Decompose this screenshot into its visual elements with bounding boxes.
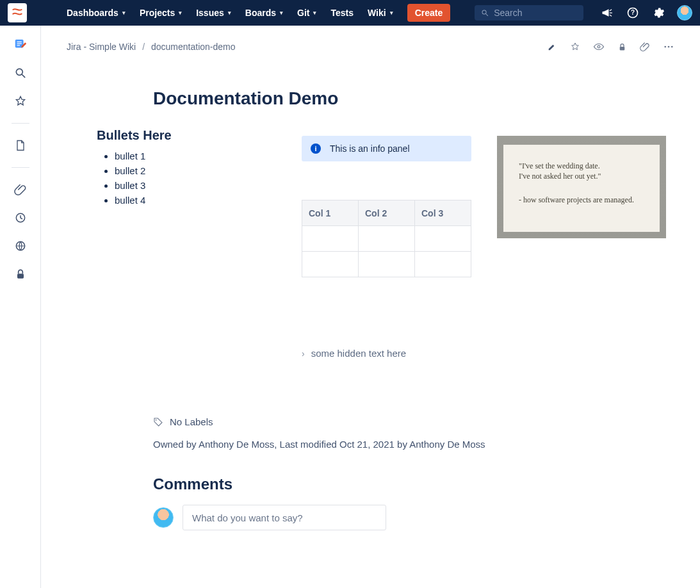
attachment-icon[interactable] xyxy=(13,182,28,197)
labels-row[interactable]: No Labels xyxy=(153,416,674,427)
svg-rect-9 xyxy=(17,274,24,279)
labels-text: No Labels xyxy=(170,416,213,427)
comment-avatar xyxy=(153,507,174,528)
search-box[interactable] xyxy=(475,5,583,20)
breadcrumb-space[interactable]: Jira - Simple Wiki xyxy=(67,42,136,52)
svg-text:?: ? xyxy=(631,9,635,16)
globe-icon[interactable] xyxy=(13,238,28,254)
clock-icon[interactable] xyxy=(13,210,28,225)
info-panel: i This is an info panel xyxy=(302,136,471,161)
breadcrumb-page[interactable]: documentation-demo xyxy=(151,42,236,52)
app-logo-icon xyxy=(11,6,24,19)
nav-boards[interactable]: Boards▾ xyxy=(239,4,289,22)
chevron-down-icon: ▾ xyxy=(313,10,316,16)
user-avatar[interactable] xyxy=(677,5,692,20)
page-title: Documentation Demo xyxy=(153,88,674,109)
search-input[interactable] xyxy=(494,8,577,18)
table-row xyxy=(302,226,471,252)
svg-point-14 xyxy=(671,46,673,48)
help-icon[interactable]: ? xyxy=(626,6,640,20)
nav-dashboards[interactable]: Dashboards▾ xyxy=(60,4,132,22)
nav-git[interactable]: Git▾ xyxy=(291,4,323,22)
app-logo[interactable] xyxy=(8,3,27,22)
comment-input[interactable] xyxy=(183,505,386,530)
page-meta: Owned by Anthony De Moss, Last modified … xyxy=(153,439,674,450)
sidebar-search-icon[interactable] xyxy=(13,65,28,81)
list-item: bullet 3 xyxy=(115,180,276,191)
info-icon: i xyxy=(311,143,321,154)
svg-point-13 xyxy=(668,46,670,48)
svg-point-0 xyxy=(482,10,486,14)
nav-wiki[interactable]: Wiki▾ xyxy=(361,4,400,22)
bullet-list: bullet 1 bullet 2 bullet 3 bullet 4 xyxy=(97,151,276,206)
table-row xyxy=(302,252,471,277)
megaphone-icon[interactable] xyxy=(600,6,614,20)
nav-tests[interactable]: Tests xyxy=(324,4,360,22)
topnav-right-icons: ? xyxy=(600,5,692,20)
gear-icon[interactable] xyxy=(651,6,665,20)
nav-issues[interactable]: Issues▾ xyxy=(190,4,238,22)
top-navbar: Dashboards▾ Projects▾ Issues▾ Boards▾ Gi… xyxy=(0,0,700,26)
table-header: Col 1 xyxy=(302,200,359,226)
svg-rect-11 xyxy=(620,46,625,50)
info-panel-text: This is an info panel xyxy=(330,143,410,154)
chevron-down-icon: ▾ xyxy=(228,10,231,16)
image-caption: - how software projects are managed. xyxy=(519,195,644,206)
svg-point-15 xyxy=(156,419,157,420)
data-table: Col 1 Col 2 Col 3 xyxy=(302,200,471,277)
svg-point-10 xyxy=(598,45,600,48)
tag-icon xyxy=(153,417,163,427)
create-button[interactable]: Create xyxy=(407,4,451,22)
nav-items: Dashboards▾ Projects▾ Issues▾ Boards▾ Gi… xyxy=(60,4,450,22)
watch-icon[interactable] xyxy=(593,41,605,53)
table-header: Col 3 xyxy=(415,200,471,226)
chevron-down-icon: ▾ xyxy=(390,10,393,16)
chevron-right-icon: › xyxy=(302,348,305,359)
left-sidebar xyxy=(0,26,41,588)
svg-line-6 xyxy=(22,75,24,78)
image-quote: "I've set the wedding date. I've not ask… xyxy=(519,161,644,181)
svg-point-5 xyxy=(16,69,22,75)
star-icon[interactable] xyxy=(13,94,28,109)
edit-note-icon[interactable] xyxy=(13,37,28,53)
bullets-heading: Bullets Here xyxy=(97,128,276,143)
lock-icon[interactable] xyxy=(13,266,28,282)
page-icon[interactable] xyxy=(13,138,28,153)
chevron-down-icon: ▾ xyxy=(122,10,126,16)
nav-projects[interactable]: Projects▾ xyxy=(133,4,188,22)
list-item: bullet 1 xyxy=(115,151,276,161)
expand-text: some hidden text here xyxy=(311,348,406,359)
search-icon xyxy=(481,8,489,17)
page-actions xyxy=(547,41,674,53)
svg-line-1 xyxy=(486,14,488,16)
breadcrumb: Jira - Simple Wiki / documentation-demo xyxy=(67,42,236,52)
chevron-down-icon: ▾ xyxy=(280,10,283,16)
restrict-icon[interactable] xyxy=(617,42,627,52)
list-item: bullet 4 xyxy=(115,195,276,206)
breadcrumb-separator: / xyxy=(142,42,145,52)
star-page-icon[interactable] xyxy=(570,42,580,52)
attach-icon[interactable] xyxy=(640,42,650,52)
more-icon[interactable] xyxy=(663,41,674,53)
edit-icon[interactable] xyxy=(547,42,557,52)
embedded-image[interactable]: "I've set the wedding date. I've not ask… xyxy=(497,136,666,238)
comments-heading: Comments xyxy=(153,475,674,493)
expand-row[interactable]: › some hidden text here xyxy=(302,348,471,359)
comment-composer xyxy=(153,505,674,530)
list-item: bullet 2 xyxy=(115,165,276,176)
table-header: Col 2 xyxy=(359,200,415,226)
main-content: Jira - Simple Wiki / documentation-demo … xyxy=(41,26,700,588)
chevron-down-icon: ▾ xyxy=(179,10,182,16)
svg-point-12 xyxy=(664,46,666,48)
